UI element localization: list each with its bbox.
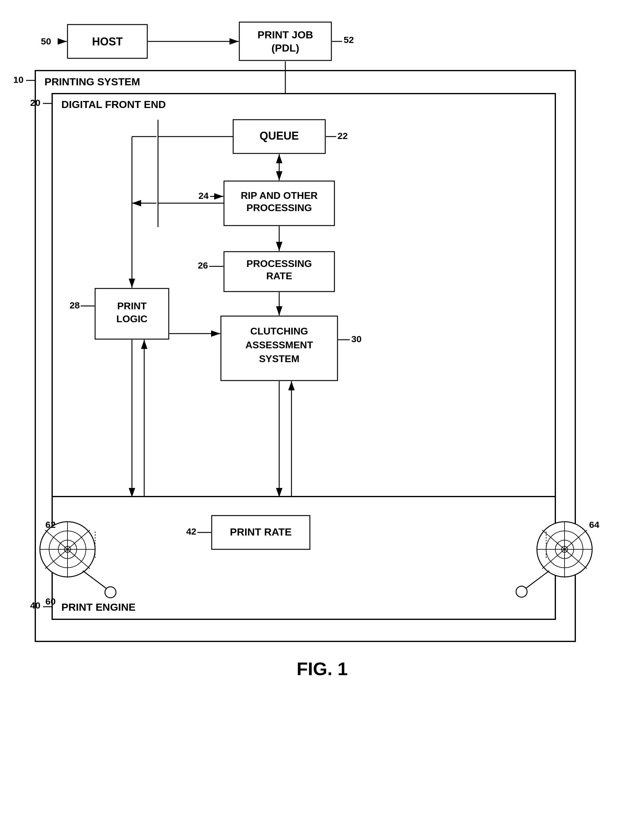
clutch-line1: CLUTCHING [250, 326, 308, 337]
ref20-label: 20 [30, 98, 40, 108]
printing-system-label: PRINTING SYSTEM [44, 76, 140, 88]
ref30-label: 30 [351, 334, 362, 344]
host-label: HOST [92, 35, 123, 48]
ref40-label: 40 [30, 600, 40, 610]
ref26-label: 26 [198, 260, 208, 270]
ref64-label: 64 [589, 519, 600, 530]
svg-point-61 [516, 586, 527, 597]
printjob-line1: PRINT JOB [258, 29, 313, 40]
svg-rect-6 [239, 22, 331, 60]
procrate-line2: RATE [266, 270, 292, 281]
queue-label: QUEUE [259, 129, 299, 142]
ref28-label: 28 [70, 300, 80, 310]
ref50-label: 50 [41, 36, 51, 46]
ref42-label: 42 [186, 526, 196, 536]
ref10-label: 10 [13, 75, 23, 85]
ref22-label: 22 [337, 131, 348, 141]
rip-line2: PROCESSING [246, 202, 312, 213]
svg-rect-38 [52, 496, 555, 619]
printlogic-line1: PRINT [117, 301, 147, 312]
printlogic-line2: LOGIC [116, 313, 147, 324]
ref60-label: 60 [45, 596, 55, 607]
clutch-line2: ASSESSMENT [245, 339, 313, 350]
ref24-label: 24 [198, 190, 209, 201]
dfe-label: DIGITAL FRONT END [61, 98, 166, 110]
rip-line1: RIP AND OTHER [241, 190, 318, 201]
clutch-line3: SYSTEM [259, 353, 299, 364]
ref62-label: 62 [45, 519, 55, 530]
ref52-label: 52 [343, 35, 354, 45]
svg-point-51 [105, 587, 116, 598]
fig-caption: FIG. 1 [297, 659, 348, 679]
printrate-label: PRINT RATE [230, 526, 291, 537]
printjob-line2: (PDL) [271, 42, 299, 54]
procrate-line1: PROCESSING [246, 258, 312, 269]
print-engine-label: PRINT ENGINE [61, 601, 136, 613]
